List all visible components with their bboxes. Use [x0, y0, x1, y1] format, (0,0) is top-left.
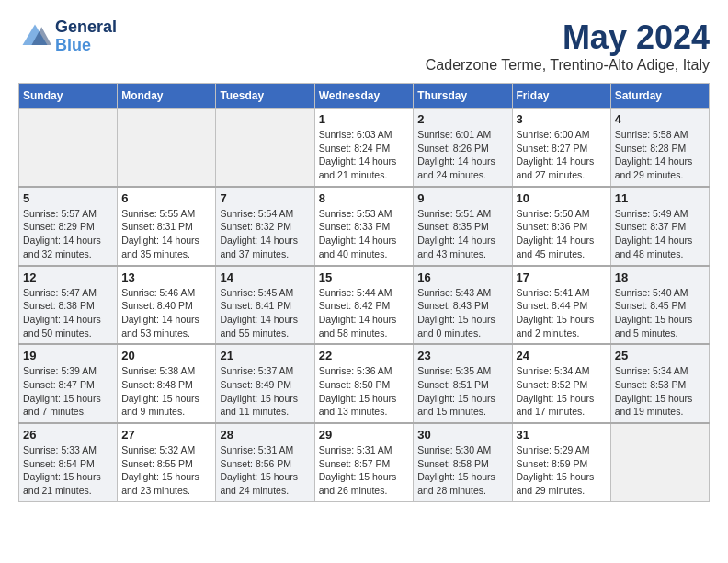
day-number: 30 [417, 428, 507, 442]
calendar-cell: 15Sunrise: 5:44 AM Sunset: 8:42 PM Dayli… [314, 266, 414, 345]
day-info: Sunrise: 5:58 AM Sunset: 8:28 PM Dayligh… [615, 128, 705, 182]
day-info: Sunrise: 5:31 AM Sunset: 8:57 PM Dayligh… [319, 443, 410, 498]
weekday-header-tuesday: Tuesday [216, 84, 314, 109]
day-info: Sunrise: 6:03 AM Sunset: 8:24 PM Dayligh… [319, 128, 410, 182]
calendar-cell: 22Sunrise: 5:36 AM Sunset: 8:50 PM Dayli… [314, 344, 414, 423]
day-info: Sunrise: 5:39 AM Sunset: 8:47 PM Dayligh… [23, 364, 113, 419]
day-number: 21 [220, 349, 310, 362]
day-number: 15 [319, 270, 410, 284]
calendar-cell: 24Sunrise: 5:34 AM Sunset: 8:52 PM Dayli… [512, 344, 610, 423]
day-number: 10 [517, 191, 607, 205]
day-number: 29 [319, 428, 410, 442]
day-info: Sunrise: 5:41 AM Sunset: 8:44 PM Dayligh… [517, 286, 607, 340]
day-number: 26 [23, 428, 113, 442]
day-number: 13 [121, 270, 211, 284]
day-number: 17 [517, 270, 607, 284]
day-info: Sunrise: 5:53 AM Sunset: 8:33 PM Dayligh… [319, 207, 410, 261]
day-info: Sunrise: 5:51 AM Sunset: 8:35 PM Dayligh… [417, 207, 507, 261]
day-info: Sunrise: 5:35 AM Sunset: 8:51 PM Dayligh… [417, 364, 507, 419]
calendar-cell: 6Sunrise: 5:55 AM Sunset: 8:31 PM Daylig… [118, 187, 216, 266]
day-number: 12 [23, 270, 113, 284]
day-info: Sunrise: 5:46 AM Sunset: 8:40 PM Dayligh… [121, 286, 211, 340]
day-info: Sunrise: 5:47 AM Sunset: 8:38 PM Dayligh… [23, 286, 113, 340]
weekday-header-saturday: Saturday [610, 84, 709, 109]
logo: General Blue [18, 18, 117, 55]
day-number: 9 [417, 191, 507, 205]
calendar-cell: 9Sunrise: 5:51 AM Sunset: 8:35 PM Daylig… [414, 187, 512, 266]
day-number: 20 [121, 349, 211, 362]
calendar-cell: 13Sunrise: 5:46 AM Sunset: 8:40 PM Dayli… [118, 266, 216, 345]
day-number: 1 [319, 112, 410, 126]
calendar-cell: 7Sunrise: 5:54 AM Sunset: 8:32 PM Daylig… [216, 187, 314, 266]
week-row-2: 5Sunrise: 5:57 AM Sunset: 8:29 PM Daylig… [19, 187, 710, 266]
calendar-cell: 10Sunrise: 5:50 AM Sunset: 8:36 PM Dayli… [512, 187, 610, 266]
day-number: 5 [23, 191, 113, 205]
day-number: 18 [615, 270, 705, 284]
calendar-cell: 2Sunrise: 6:01 AM Sunset: 8:26 PM Daylig… [414, 109, 512, 187]
calendar-cell: 28Sunrise: 5:31 AM Sunset: 8:56 PM Dayli… [216, 423, 314, 501]
day-number: 19 [23, 349, 113, 362]
day-info: Sunrise: 5:45 AM Sunset: 8:41 PM Dayligh… [220, 286, 310, 340]
day-number: 27 [121, 428, 211, 442]
day-info: Sunrise: 5:30 AM Sunset: 8:58 PM Dayligh… [417, 443, 507, 498]
day-info: Sunrise: 5:44 AM Sunset: 8:42 PM Dayligh… [319, 286, 410, 340]
title-block: May 2024 Caderzone Terme, Trentino-Alto … [426, 18, 710, 74]
calendar-cell: 30Sunrise: 5:30 AM Sunset: 8:58 PM Dayli… [414, 423, 512, 501]
day-info: Sunrise: 5:43 AM Sunset: 8:43 PM Dayligh… [417, 286, 507, 340]
calendar-cell: 17Sunrise: 5:41 AM Sunset: 8:44 PM Dayli… [512, 266, 610, 345]
calendar-cell: 18Sunrise: 5:40 AM Sunset: 8:45 PM Dayli… [610, 266, 709, 345]
day-info: Sunrise: 5:40 AM Sunset: 8:45 PM Dayligh… [615, 286, 705, 340]
day-info: Sunrise: 5:34 AM Sunset: 8:53 PM Dayligh… [615, 364, 705, 419]
calendar-cell: 11Sunrise: 5:49 AM Sunset: 8:37 PM Dayli… [610, 187, 709, 266]
logo-icon [18, 20, 51, 53]
day-number: 31 [517, 428, 607, 442]
day-number: 11 [615, 191, 705, 205]
calendar-cell: 12Sunrise: 5:47 AM Sunset: 8:38 PM Dayli… [19, 266, 118, 345]
weekday-header-friday: Friday [512, 84, 610, 109]
day-info: Sunrise: 5:55 AM Sunset: 8:31 PM Dayligh… [121, 207, 211, 261]
week-row-1: 1Sunrise: 6:03 AM Sunset: 8:24 PM Daylig… [19, 109, 710, 187]
week-row-3: 12Sunrise: 5:47 AM Sunset: 8:38 PM Dayli… [19, 266, 710, 345]
day-number: 8 [319, 191, 410, 205]
day-info: Sunrise: 5:57 AM Sunset: 8:29 PM Dayligh… [23, 207, 113, 261]
day-info: Sunrise: 5:37 AM Sunset: 8:49 PM Dayligh… [220, 364, 310, 419]
calendar-cell: 16Sunrise: 5:43 AM Sunset: 8:43 PM Dayli… [414, 266, 512, 345]
day-number: 25 [615, 349, 705, 362]
day-info: Sunrise: 6:01 AM Sunset: 8:26 PM Dayligh… [417, 128, 507, 182]
day-number: 14 [220, 270, 310, 284]
week-row-5: 26Sunrise: 5:33 AM Sunset: 8:54 PM Dayli… [19, 423, 710, 501]
calendar-cell: 25Sunrise: 5:34 AM Sunset: 8:53 PM Dayli… [610, 344, 709, 423]
day-number: 6 [121, 191, 211, 205]
weekday-header-row: SundayMondayTuesdayWednesdayThursdayFrid… [19, 84, 710, 109]
day-info: Sunrise: 5:34 AM Sunset: 8:52 PM Dayligh… [517, 364, 607, 419]
calendar-cell: 27Sunrise: 5:32 AM Sunset: 8:55 PM Dayli… [118, 423, 216, 501]
logo-text: General Blue [55, 18, 117, 55]
calendar-cell: 19Sunrise: 5:39 AM Sunset: 8:47 PM Dayli… [19, 344, 118, 423]
calendar-cell: 31Sunrise: 5:29 AM Sunset: 8:59 PM Dayli… [512, 423, 610, 501]
day-number: 4 [615, 112, 705, 126]
calendar-cell: 23Sunrise: 5:35 AM Sunset: 8:51 PM Dayli… [414, 344, 512, 423]
calendar-cell [216, 109, 314, 187]
day-info: Sunrise: 5:50 AM Sunset: 8:36 PM Dayligh… [517, 207, 607, 261]
weekday-header-monday: Monday [118, 84, 216, 109]
calendar-cell: 26Sunrise: 5:33 AM Sunset: 8:54 PM Dayli… [19, 423, 118, 501]
subtitle: Caderzone Terme, Trentino-Alto Adige, It… [426, 57, 710, 74]
calendar-cell: 14Sunrise: 5:45 AM Sunset: 8:41 PM Dayli… [216, 266, 314, 345]
day-number: 28 [220, 428, 310, 442]
day-info: Sunrise: 5:31 AM Sunset: 8:56 PM Dayligh… [220, 443, 310, 498]
day-number: 2 [417, 112, 507, 126]
day-number: 7 [220, 191, 310, 205]
weekday-header-sunday: Sunday [19, 84, 118, 109]
day-number: 22 [319, 349, 410, 362]
day-info: Sunrise: 6:00 AM Sunset: 8:27 PM Dayligh… [517, 128, 607, 182]
day-info: Sunrise: 5:32 AM Sunset: 8:55 PM Dayligh… [121, 443, 211, 498]
weekday-header-wednesday: Wednesday [314, 84, 414, 109]
weekday-header-thursday: Thursday [414, 84, 512, 109]
page-header: General Blue May 2024 Caderzone Terme, T… [18, 18, 710, 74]
calendar-cell: 1Sunrise: 6:03 AM Sunset: 8:24 PM Daylig… [314, 109, 414, 187]
day-number: 16 [417, 270, 507, 284]
day-info: Sunrise: 5:36 AM Sunset: 8:50 PM Dayligh… [319, 364, 410, 419]
calendar-cell: 8Sunrise: 5:53 AM Sunset: 8:33 PM Daylig… [314, 187, 414, 266]
calendar-cell: 21Sunrise: 5:37 AM Sunset: 8:49 PM Dayli… [216, 344, 314, 423]
calendar-cell: 3Sunrise: 6:00 AM Sunset: 8:27 PM Daylig… [512, 109, 610, 187]
